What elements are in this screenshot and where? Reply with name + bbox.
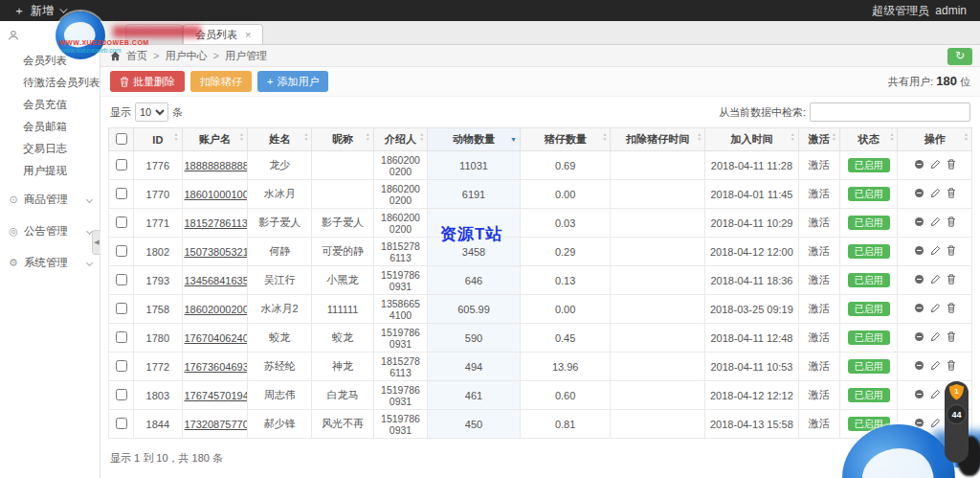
prev-page-button[interactable]: 上一页 [894,447,945,469]
row-checkbox[interactable] [116,360,127,372]
edit-user-icon[interactable] [930,188,941,200]
delete-user-icon[interactable] [947,303,956,315]
disable-user-icon[interactable] [914,331,924,344]
delete-user-icon[interactable] [947,331,956,344]
delete-user-icon[interactable] [947,274,956,286]
close-icon[interactable]: × [245,25,251,44]
disable-user-icon[interactable] [914,418,924,430]
col-header-deduct-time[interactable]: 扣除猪仔时间▲▼ [611,128,705,151]
cell-deduct-time [611,353,705,381]
sidebar-section-announcements[interactable]: ◎ 公告管理 [0,217,100,245]
col-header-status[interactable]: 状态▲▼ [840,128,898,151]
disable-user-icon[interactable] [914,245,924,258]
topbar-add-menu[interactable]: ＋ 新增 [13,3,65,19]
disable-user-icon[interactable] [914,274,924,286]
col-header-piglets[interactable]: 猪仔数量▲▼ [520,128,611,151]
breadcrumb-user-center[interactable]: 用户中心 [165,49,207,63]
table-row: 180317674570194周志伟白龙马151978609314610.602… [109,381,972,410]
account-link[interactable]: 15073805321 [185,246,248,258]
sidebar-member-section[interactable] [0,21,100,50]
row-checkbox[interactable] [116,245,127,257]
username-label[interactable]: admin [935,4,967,17]
user-role-label: 超级管理员 [872,3,929,19]
sidebar-item-member-recharge[interactable]: 会员充值 [0,94,100,116]
page-size-select[interactable]: 10 [135,102,168,122]
sidebar-item-member-email[interactable]: 会员邮箱 [0,116,100,138]
tab-member-list[interactable]: 会员列表 × [183,24,263,44]
account-link[interactable]: 18602000200 [185,304,248,315]
col-header-ops[interactable]: 操作▲▼ [898,128,972,151]
disable-user-icon[interactable] [914,216,924,229]
row-checkbox[interactable] [116,331,127,343]
col-header-active[interactable]: 激活▲▼ [798,128,839,151]
search-input[interactable] [810,102,970,122]
delete-user-icon[interactable] [947,159,956,171]
disable-user-icon[interactable] [914,159,924,171]
delete-user-icon[interactable] [947,216,956,229]
account-link[interactable]: 17674570194 [185,390,248,401]
sidebar-collapse-handle[interactable]: ◀ [92,230,100,255]
add-user-button[interactable]: + 添加用户 [257,71,328,92]
col-header-join-time[interactable]: 加入时间▲▼ [705,128,799,151]
col-header-id[interactable]: ID▲▼ [134,128,182,151]
sidebar-item-user-withdraw[interactable]: 用户提现 [0,160,100,182]
edit-user-icon[interactable] [930,159,941,171]
cell-nick: 蛟龙 [312,324,373,353]
row-checkbox[interactable] [116,274,127,285]
sidebar-item-transaction-log[interactable]: 交易日志 [0,138,100,160]
topbar-add-label: 新增 [31,3,54,19]
edit-user-icon[interactable] [930,418,941,430]
sidebar-section-system[interactable]: ⚙ 系统管理 [0,249,100,277]
sidebar-section-products[interactable]: ⊙ 商品管理 [0,186,100,214]
row-checkbox[interactable] [116,418,127,429]
sidebar-section-label: 公告管理 [24,224,68,239]
disable-user-icon[interactable] [914,188,924,200]
edit-user-icon[interactable] [930,360,941,373]
row-checkbox[interactable] [116,303,127,314]
edit-user-icon[interactable] [930,216,941,229]
delete-user-icon[interactable] [947,245,956,258]
cell-deduct-time [611,151,705,180]
browser-speed-widget[interactable]: 1 44 [945,381,969,463]
account-link[interactable]: 13456841635 [185,275,248,286]
tab-obscured[interactable] [125,24,183,44]
col-header-animals[interactable]: 动物数量▼ [428,128,521,151]
refresh-button[interactable]: ↻ [947,48,972,65]
col-header-name[interactable]: 姓名▲▼ [247,128,311,151]
breadcrumb-home[interactable]: 首页 [126,49,147,63]
account-link[interactable]: 17320875770 [185,419,248,430]
row-checkbox[interactable] [116,188,127,199]
edit-user-icon[interactable] [930,389,941,401]
speed-score: 44 [947,404,967,424]
edit-user-icon[interactable] [930,331,941,344]
row-checkbox[interactable] [116,389,127,400]
cell-account: 17670406240 [182,324,247,353]
account-link[interactable]: 17673604693 [185,361,248,373]
account-link[interactable]: 18152786113 [185,217,248,229]
row-checkbox[interactable] [116,159,127,171]
disable-user-icon[interactable] [914,303,924,315]
select-all-checkbox[interactable] [116,133,127,145]
batch-delete-button[interactable]: 批量删除 [110,71,185,92]
edit-user-icon[interactable] [930,274,941,286]
disable-user-icon[interactable] [914,389,924,401]
sort-icon: ▲▼ [366,132,370,142]
delete-user-icon[interactable] [947,188,956,200]
account-link[interactable]: 18888888888 [185,160,248,171]
deduct-piglets-button[interactable]: 扣除猪仔 [190,71,252,92]
col-header-account[interactable]: 账户名▲▼ [182,128,247,151]
account-link[interactable]: 18601000100 [185,189,248,200]
edit-user-icon[interactable] [930,303,941,315]
sidebar-item-member-list[interactable]: 会员列表 [0,50,100,72]
edit-user-icon[interactable] [930,245,941,258]
cell-ops [898,238,972,266]
col-header-introducer[interactable]: 介绍人▲▼ [373,128,427,151]
disable-user-icon[interactable] [914,360,924,373]
sort-icon: ▲▼ [697,132,702,142]
delete-user-icon[interactable] [947,360,956,373]
account-link[interactable]: 17670406240 [185,332,248,344]
total-users-count: 180 [936,74,957,88]
sidebar-item-pending-members[interactable]: 待激活会员列表 [0,72,100,94]
col-header-nick[interactable]: 昵称▲▼ [312,128,373,151]
row-checkbox[interactable] [116,216,127,228]
